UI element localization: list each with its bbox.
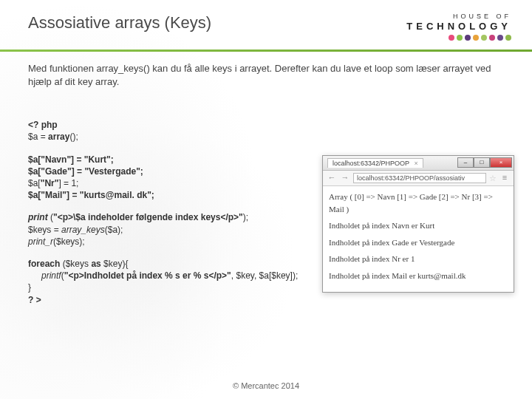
tab-close-icon[interactable]: × [414,160,417,167]
url-text: localhost:63342/PHPOOP/assosiativ [357,174,465,182]
output-line-2: Indholdet på index Gade er Vestergade [329,236,508,249]
code-assign-2: $a["Nr"] = 1; [28,178,78,188]
output-line-1: Indholdet på index Navn er Kurt [329,219,508,232]
code-open: <? php [28,120,58,130]
logo: HOUSE OF TECHNOLOGY [406,13,511,41]
output-line-4: Indholdet på index Mail er kurts@mail.dk [329,270,508,282]
browser-titlebar[interactable]: localhost:63342/PHPOOP × – □ × [323,156,514,171]
bookmark-icon[interactable]: ☆ [489,174,497,183]
output-line-0: Array ( [0] => Navn [1] => Gade [2] => N… [329,191,508,215]
intro-text: Med funktionen array_keys() kan du få al… [28,62,504,88]
back-icon[interactable]: ← [327,173,337,183]
browser-tab[interactable]: localhost:63342/PHPOOP × [327,158,423,168]
logo-line2: TECHNOLOGY [406,21,511,32]
browser-window: localhost:63342/PHPOOP × – □ × ← → local… [322,155,514,293]
tab-label: localhost:63342/PHPOOP [332,160,409,167]
close-button[interactable]: × [490,157,512,168]
code-decl: $a = array(); [28,132,78,142]
logo-line1: HOUSE OF [406,13,511,21]
browser-body: Array ( [0] => Navn [1] => Gade [2] => N… [323,186,514,292]
page-title: Assosiative arrays (Keys) [28,13,211,33]
maximize-button[interactable]: □ [474,157,490,168]
address-input[interactable]: localhost:63342/PHPOOP/assosiativ [353,173,486,183]
logo-dots [406,35,511,41]
minimize-button[interactable]: – [457,157,474,168]
code-close: ? > [28,294,504,306]
code-assign-0: $a["Navn"] = "Kurt"; [28,154,114,165]
output-line-3: Indholdet på index Nr er 1 [329,253,508,265]
menu-icon[interactable]: ≡ [499,173,510,183]
code-assign-1: $a["Gade"] = "Vestergade"; [28,166,143,177]
footer-copyright: © Mercantec 2014 [0,381,532,390]
browser-address-bar: ← → localhost:63342/PHPOOP/assosiativ ☆ … [323,171,514,186]
slide-header: Assosiative arrays (Keys) HOUSE OF TECHN… [0,0,532,47]
forward-icon[interactable]: → [340,173,350,183]
code-assign-3: $a["Mail"] = "kurts@mail. dk"; [28,190,154,200]
